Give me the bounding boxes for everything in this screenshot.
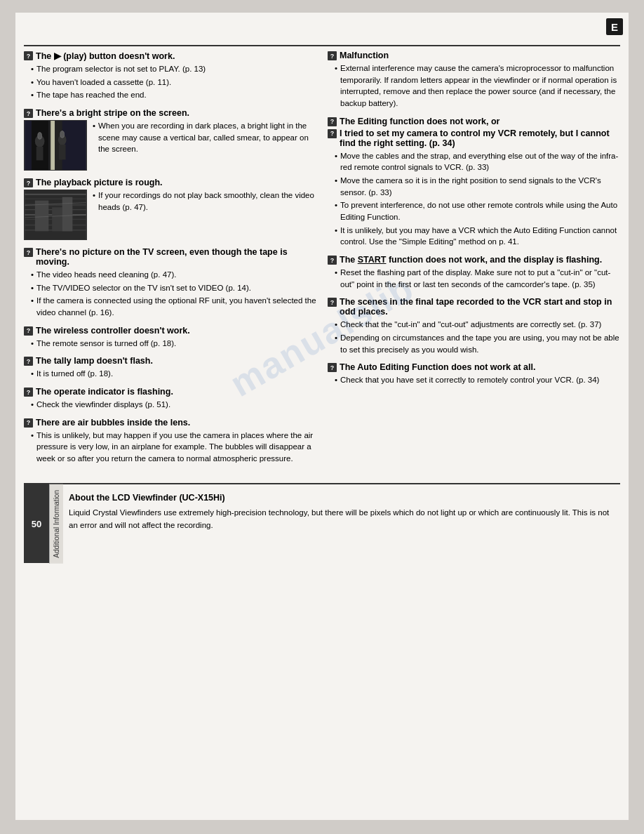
rough-playback-bullets: If your recordings do not play back smoo… xyxy=(93,190,316,240)
bright-stripe-image xyxy=(24,120,87,171)
sidebar-label: Additional Information xyxy=(49,484,63,564)
q-icon: ? xyxy=(24,326,33,336)
bullet-item: The tape has reached the end. xyxy=(31,89,316,101)
bottom-section-title: About the LCD Viewfinder (UC-X15Hi) xyxy=(69,491,615,505)
bullet-item: Reset the flashing part of the display. … xyxy=(335,267,620,290)
q-icon: ? xyxy=(328,117,337,126)
scenes-final-tape-bullets: Check that the "cut-in" and "cut-out" ad… xyxy=(328,319,620,355)
section-editing-function-subtitle: ? I tried to set my camera to control my… xyxy=(328,128,620,148)
main-columns: ? The ▶ (play) button doesn't work. The … xyxy=(24,51,620,472)
page-number: 50 xyxy=(24,484,49,564)
section-operate-indicator-title: ? The operate indicator is flashing. xyxy=(24,387,316,397)
section-bright-stripe: ? There's a bright stripe on the screen. xyxy=(24,108,316,171)
bullet-item: The video heads need cleaning (p. 47). xyxy=(31,269,316,281)
bullet-item: It is unlikely, but you may have a VCR w… xyxy=(335,225,620,248)
bullet-item: External interference may cause the came… xyxy=(335,62,620,110)
auto-editing-bullets: Check that you have set it correctly to … xyxy=(328,374,620,386)
svg-rect-11 xyxy=(25,194,86,195)
bullet-item: Depending on circumstances and the tape … xyxy=(335,332,620,355)
right-column: ? Malfunction External interference may … xyxy=(328,51,620,472)
q-icon: ? xyxy=(24,248,33,257)
q-icon: ? xyxy=(328,256,337,265)
bullet-item: When you are recording in dark places, a… xyxy=(93,120,316,155)
bullet-item: Check that the "cut-in" and "cut-out" ad… xyxy=(335,319,620,331)
section-wireless-controller: ? The wireless controller doesn't work. … xyxy=(24,326,316,350)
section-editing-function-title: ? The Editing function does not work, or xyxy=(328,117,620,126)
section-tally-lamp: ? The tally lamp doesn't flash. It is tu… xyxy=(24,356,316,380)
section-tally-lamp-title: ? The tally lamp doesn't flash. xyxy=(24,356,316,366)
q-icon: ? xyxy=(328,363,337,372)
q-icon: ? xyxy=(24,51,33,60)
bullet-item: To prevent interference, do not use othe… xyxy=(335,199,620,223)
e-badge: E xyxy=(606,18,623,35)
start-function-bullets: Reset the flashing part of the display. … xyxy=(328,267,620,290)
bullet-item: Check the viewfinder displays (p. 51). xyxy=(31,399,316,411)
bullet-item: If the camera is connected using the opt… xyxy=(31,295,316,318)
editing-function-bullets: Move the cables and the strap, and every… xyxy=(328,150,620,248)
q-icon: ? xyxy=(24,388,33,397)
section-start-function: ? The START function does not work, and … xyxy=(328,255,620,290)
page-inner: E manualslib ? The ▶ (play) button doesn… xyxy=(15,13,629,820)
section-scenes-final-tape: ? The scenes in the final tape recorded … xyxy=(328,297,620,355)
section-no-picture: ? There's no picture on the TV screen, e… xyxy=(24,247,316,319)
bullet-item: Check that you have set it correctly to … xyxy=(335,374,620,386)
bullet-item: It is turned off (p. 18). xyxy=(31,368,316,380)
section-play-button-title: ? The ▶ (play) button doesn't work. xyxy=(24,51,316,61)
page: E manualslib ? The ▶ (play) button doesn… xyxy=(0,0,644,834)
top-bar xyxy=(24,45,620,46)
bullet-item: Move the camera so it is in the right po… xyxy=(335,175,620,198)
left-column: ? The ▶ (play) button doesn't work. The … xyxy=(24,51,316,472)
bullet-item: The TV/VIDEO selector on the TV isn't se… xyxy=(31,282,316,294)
bright-stripe-with-image: When you are recording in dark places, a… xyxy=(24,120,316,171)
section-start-function-title: ? The START function does not work, and … xyxy=(328,255,620,265)
section-no-picture-title: ? There's no picture on the TV screen, e… xyxy=(24,247,316,267)
section-play-button: ? The ▶ (play) button doesn't work. The … xyxy=(24,51,316,101)
svg-rect-12 xyxy=(25,199,86,199)
q-icon: ? xyxy=(24,178,33,187)
svg-point-9 xyxy=(60,131,65,138)
play-button-bullets: The program selector is not set to PLAY.… xyxy=(24,63,316,101)
section-air-bubbles-title: ? There are air bubbles inside the lens. xyxy=(24,418,316,428)
section-scenes-final-tape-title: ? The scenes in the final tape recorded … xyxy=(328,297,620,317)
section-rough-playback: ? The playback picture is rough. xyxy=(24,178,316,240)
q-icon: ? xyxy=(24,109,33,118)
bottom-body-text: Liquid Crystal Viewfinders use extremely… xyxy=(69,507,615,531)
bottom-area: 50 Additional Information About the LCD … xyxy=(24,483,620,564)
svg-point-8 xyxy=(38,133,42,140)
svg-rect-7 xyxy=(51,121,55,170)
section-malfunction: ? Malfunction External interference may … xyxy=(328,51,620,110)
tally-lamp-bullets: It is turned off (p. 18). xyxy=(24,368,316,380)
bullet-item: The program selector is not set to PLAY.… xyxy=(31,63,316,75)
bottom-content: About the LCD Viewfinder (UC-X15Hi) Liqu… xyxy=(63,484,620,564)
no-picture-bullets: The video heads need cleaning (p. 47). T… xyxy=(24,269,316,319)
bullet-item: If your recordings do not play back smoo… xyxy=(93,190,316,213)
section-bright-stripe-title: ? There's a bright stripe on the screen. xyxy=(24,108,316,118)
rough-playback-with-image: If your recordings do not play back smoo… xyxy=(24,190,316,240)
q-icon: ? xyxy=(328,51,337,60)
section-editing-function: ? The Editing function does not work, or… xyxy=(328,117,620,248)
section-malfunction-title: ? Malfunction xyxy=(328,51,620,60)
svg-rect-21 xyxy=(62,197,73,232)
wireless-controller-bullets: The remote sensor is turned off (p. 18). xyxy=(24,338,316,350)
section-auto-editing: ? The Auto Editing Function does not wor… xyxy=(328,362,620,386)
section-operate-indicator: ? The operate indicator is flashing. Che… xyxy=(24,387,316,411)
air-bubbles-bullets: This is unlikely, but may happen if you … xyxy=(24,430,316,465)
svg-rect-6 xyxy=(59,145,66,159)
malfunction-bullets: External interference may cause the came… xyxy=(328,62,620,110)
q-icon: ? xyxy=(328,129,337,138)
section-air-bubbles: ? There are air bubbles inside the lens.… xyxy=(24,418,316,465)
bullet-item: The remote sensor is turned off (p. 18). xyxy=(31,338,316,350)
section-rough-playback-title: ? The playback picture is rough. xyxy=(24,178,316,187)
rough-playback-image xyxy=(24,190,87,240)
bullet-item: You haven't loaded a cassette (p. 11). xyxy=(31,77,316,88)
bright-stripe-bullets: When you are recording in dark places, a… xyxy=(93,120,316,171)
q-icon: ? xyxy=(24,357,33,366)
section-wireless-controller-title: ? The wireless controller doesn't work. xyxy=(24,326,316,336)
operate-indicator-bullets: Check the viewfinder displays (p. 51). xyxy=(24,399,316,411)
q-icon: ? xyxy=(24,418,33,428)
q-icon: ? xyxy=(328,298,337,307)
section-auto-editing-title: ? The Auto Editing Function does not wor… xyxy=(328,362,620,372)
svg-rect-4 xyxy=(36,147,43,160)
svg-rect-19 xyxy=(35,201,48,232)
bullet-item: Move the cables and the strap, and every… xyxy=(335,150,620,173)
